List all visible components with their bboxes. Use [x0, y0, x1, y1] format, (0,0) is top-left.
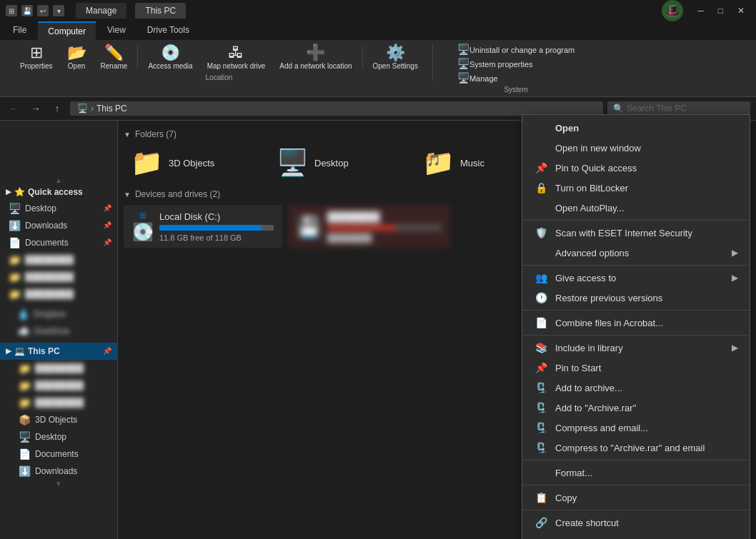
address-path[interactable]: 🖥️ › This PC: [70, 101, 603, 116]
ctx-copy-label: Copy: [555, 493, 577, 503]
ctx-add-archive-rar[interactable]: 🗜️ Add to "Archive.rar": [522, 398, 750, 418]
ribbon-btn-access-media[interactable]: 💿 Access media: [142, 43, 198, 72]
ribbon-btn-properties[interactable]: ⊞ Properties: [14, 43, 59, 72]
back-button[interactable]: ←: [6, 100, 23, 117]
search-box[interactable]: 🔍 Search This PC: [607, 101, 750, 116]
ctx-format[interactable]: Format...: [522, 463, 750, 483]
tab-this-pc[interactable]: This PC: [135, 3, 186, 19]
ctx-format-label: Format...: [555, 468, 592, 478]
ribbon-btn-map-network[interactable]: 🖧 Map network drive: [202, 43, 272, 72]
ribbon-tabs-area: Manage This PC: [76, 3, 186, 19]
ctx-acrobat-icon: 📄: [534, 317, 548, 328]
ribbon-btn-open-settings[interactable]: ⚙️ Open Settings: [367, 43, 424, 72]
ctx-create-shortcut[interactable]: 🔗 Create shortcut: [522, 513, 750, 533]
drive-c-name: Local Disk (C:): [159, 211, 274, 222]
forward-button[interactable]: →: [27, 100, 44, 117]
tab-manage[interactable]: Manage: [76, 3, 126, 19]
ribbon-btn-open[interactable]: 📂 Open: [61, 43, 92, 72]
sidebar-scroll[interactable]: ▲ ▶ ⭐ Quick access 🖥️ Desktop 📌 ⬇️ Downl…: [0, 176, 117, 488]
ribbon-btn-add-location[interactable]: ➕ Add a network location: [274, 43, 357, 72]
sidebar-downloads-label: Downloads: [25, 221, 67, 231]
sidebar-item-documents-pc[interactable]: 📄 Documents: [0, 445, 117, 463]
chevron-folders-icon: ▼: [124, 131, 131, 138]
ctx-give-access[interactable]: 👥 Give access to ▶: [522, 268, 750, 288]
tab-drive-tools[interactable]: Drive Tools: [137, 21, 199, 40]
desktop-icon: 🖥️: [9, 203, 21, 214]
undo-icon[interactable]: ↩: [37, 5, 49, 16]
sidebar-desktop-label: Desktop: [25, 203, 56, 213]
ctx-copy-icon: 📋: [534, 492, 548, 503]
minimize-button[interactable]: ─: [692, 4, 710, 17]
ctx-pin-start-label: Pin to Start: [555, 363, 601, 373]
more-icon[interactable]: ▾: [53, 5, 64, 16]
ctx-bitlocker[interactable]: 🔒 Turn on BitLocker: [522, 178, 750, 198]
folder-desktop[interactable]: 🖥️ Desktop: [269, 145, 412, 181]
rename-icon: ✏️: [104, 45, 124, 61]
sidebar-section-this-pc[interactable]: ▶ 💻 This PC 📌: [0, 343, 117, 360]
ribbon-group-location: ⊞ Properties 📂 Open ✏️ Rename 💿 Access m…: [6, 43, 433, 81]
sidebar-item-downloads-pc[interactable]: ⬇️ Downloads: [0, 463, 117, 480]
sidebar-item-dropbox: 💧 Dropbox: [9, 306, 109, 323]
system-props-label: System properties: [469, 60, 533, 69]
tab-file[interactable]: File: [3, 21, 36, 40]
ctx-bitlocker-icon: 🔒: [534, 182, 548, 193]
drive-2[interactable]: 💾 ████████ ████████: [288, 205, 450, 248]
scroll-up[interactable]: ▲: [0, 176, 117, 184]
folder-3d-icon: 📁: [131, 148, 163, 178]
ribbon-btn-uninstall[interactable]: 🖥️ Uninstall or change a program: [453, 43, 579, 56]
sidebar-item-desktop-qa[interactable]: 🖥️ Desktop 📌: [0, 200, 117, 217]
maximize-button[interactable]: □: [712, 4, 729, 17]
ctx-advanced-options-label: Advanced options: [555, 248, 629, 258]
sidebar-blurred-pc: 📁 ████████ 📁 ████████ 📁 ████████: [0, 360, 117, 411]
ctx-copy[interactable]: 📋 Copy: [522, 488, 750, 508]
tab-computer[interactable]: Computer: [38, 21, 96, 40]
ribbon-btn-system-props[interactable]: 🖥️ System properties: [453, 57, 579, 70]
path-separator: ›: [91, 104, 94, 114]
ribbon-btn-rename[interactable]: ✏️ Rename: [95, 43, 134, 72]
context-menu: Open Open in new window 📌 Pin to Quick a…: [522, 114, 750, 539]
ctx-include-library[interactable]: 📚 Include in library ▶: [522, 338, 750, 358]
ctx-eset[interactable]: 🛡️ Scan with ESET Internet Security: [522, 223, 750, 243]
up-button[interactable]: ↑: [49, 100, 66, 117]
ctx-open-label: Open: [555, 123, 579, 134]
sidebar-cloud-section: 💧 Dropbox ☁️ OneDrive: [0, 303, 117, 343]
ctx-restore[interactable]: 🕐 Restore previous versions: [522, 288, 750, 308]
sidebar-item-downloads-qa[interactable]: ⬇️ Downloads 📌: [0, 217, 117, 234]
title-bar: ⊞ 💾 ↩ ▾ Manage This PC 🎩 ─ □ ✕: [0, 0, 756, 21]
sidebar-item-3d-objects[interactable]: 📦 3D Objects: [0, 411, 117, 428]
ctx-create-shortcut-icon: 🔗: [534, 517, 548, 528]
sidebar-item-desktop-pc[interactable]: 🖥️ Desktop: [0, 428, 117, 445]
ctx-give-access-arrow-icon: ▶: [732, 273, 738, 283]
close-button[interactable]: ✕: [732, 4, 750, 17]
ctx-pin-start[interactable]: 📌 Pin to Start: [522, 358, 750, 378]
folder-3d-objects[interactable]: 📁 3D Objects: [124, 145, 267, 181]
ctx-rename[interactable]: Rename: [522, 533, 750, 539]
this-pc-label: This PC: [28, 346, 60, 356]
drive-local-disk-c[interactable]: ⊞ 💽 Local Disk (C:) 11.8 GB free of 118 …: [124, 205, 282, 248]
scroll-down[interactable]: ▼: [0, 480, 117, 488]
ctx-open-new-window[interactable]: Open in new window: [522, 138, 750, 158]
sidebar-item-documents-qa[interactable]: 📄 Documents 📌: [0, 234, 117, 251]
tab-view[interactable]: View: [97, 21, 136, 40]
chevron-icon-qa: ▶: [6, 188, 11, 196]
path-thispc: This PC: [96, 104, 127, 114]
ctx-add-archive[interactable]: 🗜️ Add to archive...: [522, 378, 750, 398]
quick-access-toolbar[interactable]: 💾: [21, 5, 33, 16]
ctx-advanced-options[interactable]: Advanced options ▶: [522, 243, 750, 263]
sidebar-documents-label: Documents: [25, 238, 69, 248]
pin-icon-doc: 📌: [103, 238, 111, 246]
ctx-restore-icon: 🕐: [534, 292, 548, 303]
ctx-compress-rar-email[interactable]: 🗜️ Compress to "Archive.rar" and email: [522, 438, 750, 458]
ctx-acrobat[interactable]: 📄 Combine files in Acrobat...: [522, 313, 750, 333]
ctx-open[interactable]: Open: [522, 118, 750, 138]
ctx-pin-quick-access-icon: 📌: [534, 162, 548, 173]
ribbon-group-network-items: 🖥️ Uninstall or change a program 🖥️ Syst…: [453, 43, 579, 84]
ctx-autoplay[interactable]: Open AutoPlay...: [522, 198, 750, 218]
sidebar-item-blurred-b: 📁 ████████: [0, 268, 117, 286]
ctx-compress-email[interactable]: 🗜️ Compress and email...: [522, 418, 750, 438]
properties-label: Properties: [20, 62, 53, 70]
sidebar-section-quick-access[interactable]: ▶ ⭐ Quick access: [0, 184, 117, 200]
ctx-pin-quick-access[interactable]: 📌 Pin to Quick access: [522, 158, 750, 178]
add-location-icon: ➕: [306, 45, 325, 61]
ribbon-btn-manage[interactable]: 🖥️ Manage: [453, 71, 579, 84]
